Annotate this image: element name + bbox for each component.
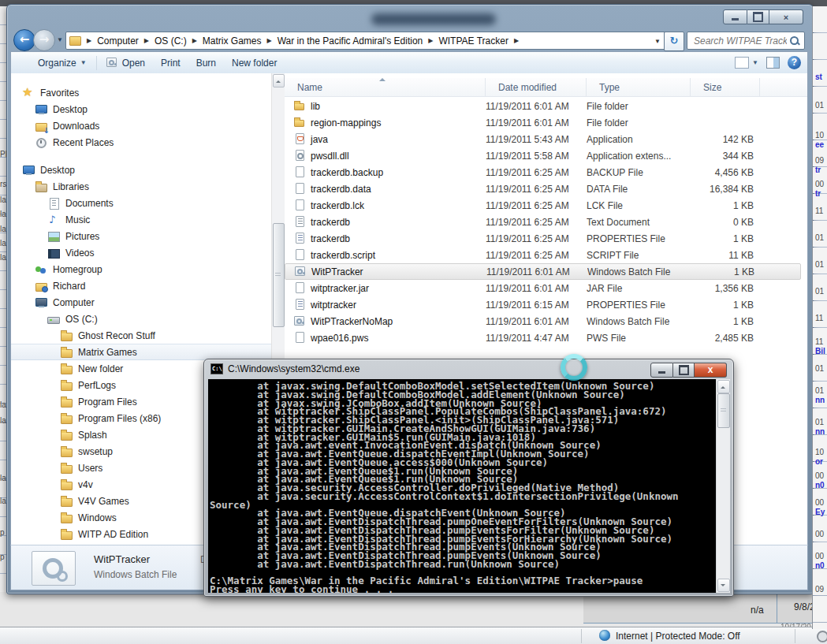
sidebar-item-label: Documents bbox=[65, 198, 114, 209]
background-text-fragment: st bbox=[815, 73, 822, 81]
views-icon bbox=[735, 57, 749, 69]
sidebar-item-homegroup[interactable]: Homegroup bbox=[11, 261, 271, 277]
search-input[interactable] bbox=[692, 35, 788, 47]
breadcrumb-item-witpae-tracker[interactable]: WITPAE Tracker bbox=[435, 35, 511, 47]
forward-button[interactable]: → bbox=[33, 29, 55, 51]
cmd-window: C:\ C:\Windows\system32\cmd.exe x at jav… bbox=[203, 359, 734, 597]
chevron-right-icon[interactable]: ▶ bbox=[265, 37, 274, 44]
change-view-button[interactable]: ▼ bbox=[735, 57, 758, 69]
sidebar-item-libraries[interactable]: Libraries bbox=[11, 178, 271, 195]
sidebar-item-downloads[interactable]: Downloads bbox=[11, 117, 271, 134]
sidebar-item-desktop[interactable]: Desktop bbox=[11, 101, 271, 117]
file-name-cell: region-mappings bbox=[285, 117, 486, 128]
scroll-up-button[interactable] bbox=[273, 74, 285, 87]
minimize-button[interactable] bbox=[723, 9, 747, 24]
sidebar-item-ghost-recon-stuff[interactable]: Ghost Recon Stuff bbox=[11, 327, 271, 344]
file-row[interactable]: wpae016.pws11/19/2011 4:47 AMPWS File2,4… bbox=[285, 329, 801, 346]
burn-button[interactable]: Burn bbox=[188, 52, 224, 73]
breadcrumb-item-os-c[interactable]: OS (C:) bbox=[151, 35, 190, 47]
background-text-fragment: la bbox=[0, 253, 6, 262]
file-row[interactable]: trackerdb.data11/19/2011 6:25 AMDATA Fil… bbox=[285, 181, 801, 197]
background-text-fragment: la bbox=[0, 400, 6, 409]
file-row[interactable]: trackerdb11/19/2011 6:25 AMPROPERTIES Fi… bbox=[285, 230, 801, 247]
file-date-cell: 11/19/2011 6:25 AM bbox=[486, 167, 587, 178]
column-header-date-modified[interactable]: Date modified bbox=[486, 78, 587, 96]
details-file-name: WitPTracker bbox=[94, 553, 150, 565]
sidebar-item-os-c[interactable]: OS (C:) bbox=[11, 311, 271, 327]
maximize-button[interactable] bbox=[747, 9, 769, 24]
scrollbar-thumb[interactable] bbox=[717, 393, 730, 428]
file-row[interactable]: region-mappings11/19/2011 6:01 AMFile fo… bbox=[285, 114, 801, 131]
file-row[interactable]: witptracker.jar11/19/2011 6:01 AMJAR Fil… bbox=[285, 280, 801, 296]
file-row[interactable]: lib11/19/2011 6:01 AMFile folder bbox=[285, 98, 801, 114]
file-row[interactable]: WitPTracker11/19/2011 6:01 AMWindows Bat… bbox=[285, 263, 801, 280]
help-button[interactable]: ? bbox=[788, 56, 801, 69]
chevron-right-icon[interactable]: ▶ bbox=[190, 37, 199, 44]
sidebar-item-richard[interactable]: Richard bbox=[11, 277, 271, 294]
file-name-cell: java bbox=[285, 133, 486, 145]
search-icon[interactable] bbox=[788, 35, 801, 47]
file-name: lib bbox=[311, 101, 320, 112]
explorer-title-bar[interactable]: × bbox=[7, 5, 813, 28]
column-header-type[interactable]: Type bbox=[587, 78, 691, 96]
file-row[interactable]: java11/19/2011 5:43 AMApplication142 KB bbox=[285, 131, 801, 147]
chevron-right-icon[interactable]: ▶ bbox=[84, 37, 94, 44]
java-icon bbox=[294, 133, 306, 145]
console-scrollbar[interactable] bbox=[716, 379, 730, 593]
scroll-up-button[interactable] bbox=[717, 380, 730, 393]
background-text-fragment: Bil bbox=[815, 347, 825, 356]
search-box[interactable] bbox=[687, 32, 805, 50]
breadcrumb-item-war-in-the-pacific-admiral-s-edition[interactable]: War in the Pacific Admiral's Edition bbox=[274, 35, 427, 47]
recent-pages-dropdown-icon[interactable]: ▼ bbox=[57, 36, 63, 43]
sidebar-item-label: New folder bbox=[78, 363, 123, 374]
column-header-size[interactable]: Size bbox=[691, 78, 760, 96]
breadcrumb-item-computer[interactable]: Computer bbox=[94, 35, 142, 47]
file-row[interactable]: trackerdb11/19/2011 6:25 AMText Document… bbox=[285, 214, 801, 230]
internet-zone-globe-icon bbox=[599, 630, 610, 641]
address-dropdown-icon[interactable]: ▼ bbox=[654, 38, 661, 45]
column-header-name[interactable]: Name bbox=[285, 78, 486, 96]
chevron-right-icon[interactable]: ▶ bbox=[512, 37, 521, 44]
sidebar-item-favorites[interactable]: Favorites bbox=[11, 84, 271, 101]
file-row[interactable]: witptracker11/19/2011 6:15 AMPROPERTIES … bbox=[285, 296, 801, 313]
sidebar-item-documents[interactable]: Documents bbox=[11, 195, 271, 211]
chevron-right-icon[interactable]: ▶ bbox=[426, 37, 435, 44]
sidebar-item-videos[interactable]: Videos bbox=[11, 244, 271, 261]
sidebar-item-desktop[interactable]: Desktop bbox=[11, 162, 271, 178]
cmd-maximize-button[interactable] bbox=[673, 363, 695, 378]
scrollbar-thumb[interactable] bbox=[273, 223, 285, 327]
new-folder-button[interactable]: New folder bbox=[224, 52, 285, 73]
preview-pane-button[interactable] bbox=[766, 57, 780, 69]
sidebar-item-music[interactable]: Music bbox=[11, 211, 271, 228]
open-button[interactable]: Open bbox=[99, 52, 153, 73]
file-row[interactable]: pwsdll.dll11/19/2011 5:58 AMApplication … bbox=[285, 147, 801, 164]
details-file-type: Windows Batch File bbox=[94, 569, 177, 580]
organize-button[interactable]: Organize ▼ bbox=[30, 52, 95, 73]
file-row[interactable]: WitPTrackerNoMap11/19/2011 6:01 AMWindow… bbox=[285, 313, 801, 329]
libraries-icon bbox=[35, 181, 48, 193]
chevron-right-icon[interactable]: ▶ bbox=[142, 37, 151, 44]
file-type-cell: File folder bbox=[587, 117, 691, 128]
file-icon bbox=[294, 199, 306, 211]
sidebar-item-recent-places[interactable]: Recent Places bbox=[11, 134, 271, 151]
file-type-cell: PWS File bbox=[587, 333, 691, 344]
file-row[interactable]: trackerdb.lck11/19/2011 6:25 AMLCK File1… bbox=[285, 197, 801, 214]
back-button[interactable]: ← bbox=[13, 29, 35, 51]
breadcrumb-item-matrix-games[interactable]: Matrix Games bbox=[199, 35, 265, 47]
cmd-title-bar[interactable]: C:\ C:\Windows\system32\cmd.exe x bbox=[204, 359, 733, 379]
file-size-cell: 2,485 KB bbox=[691, 333, 765, 344]
file-name: WitPTracker bbox=[311, 266, 363, 277]
close-button[interactable]: × bbox=[769, 9, 803, 24]
background-text-fragment: 09 bbox=[815, 156, 824, 165]
refresh-button[interactable]: ↻ bbox=[664, 32, 684, 51]
sidebar-item-pictures[interactable]: Pictures bbox=[11, 228, 271, 244]
file-row[interactable]: trackerdb.script11/19/2011 6:25 AMSCRIPT… bbox=[285, 247, 801, 263]
scroll-down-button[interactable] bbox=[717, 579, 730, 592]
sidebar-item-computer[interactable]: Computer bbox=[11, 294, 271, 311]
cmd-close-button[interactable]: x bbox=[695, 363, 727, 378]
cmd-minimize-button[interactable] bbox=[650, 363, 673, 378]
sidebar-item-matrix-games[interactable]: Matrix Games bbox=[11, 344, 271, 360]
breadcrumb[interactable]: ▶Computer▶OS (C:)▶Matrix Games▶War in th… bbox=[65, 32, 666, 50]
file-row[interactable]: trackerdb.backup11/19/2011 6:25 AMBACKUP… bbox=[285, 164, 801, 181]
print-button[interactable]: Print bbox=[153, 52, 188, 73]
